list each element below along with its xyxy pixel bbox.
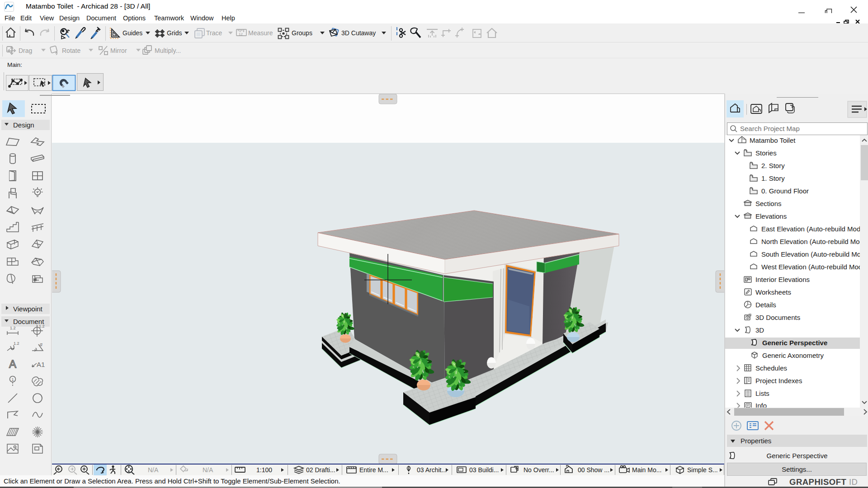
- svg-text:12: 12: [239, 32, 243, 36]
- svg-text:1.2: 1.2: [10, 326, 16, 330]
- svg-text:Viewpoint: Viewpoint: [13, 305, 43, 313]
- svg-text:1.2: 1.2: [14, 341, 19, 346]
- svg-text:A: A: [9, 358, 16, 370]
- svg-text:1.2: 1.2: [39, 324, 45, 328]
- svg-text:A1: A1: [37, 361, 45, 368]
- svg-text:α: α: [40, 342, 42, 347]
- svg-text:Design: Design: [13, 121, 34, 129]
- svg-text:1: 1: [12, 377, 14, 382]
